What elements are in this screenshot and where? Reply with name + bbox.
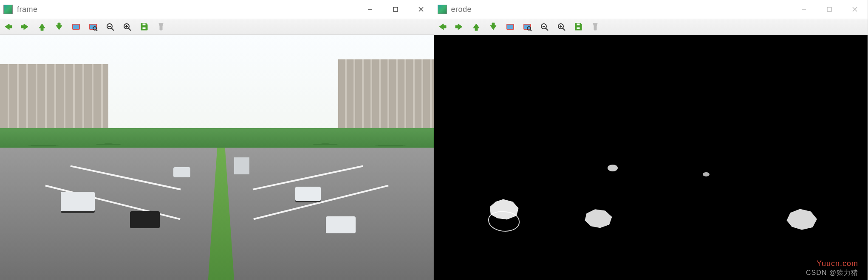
roi-button[interactable] [71,22,81,31]
arrow-down-icon [54,22,64,31]
roi-button[interactable] [506,22,515,31]
properties-button[interactable] [156,22,166,31]
nav-forward-button[interactable] [20,22,30,31]
app-icon [438,5,447,14]
maximize-button[interactable] [817,0,842,19]
zoom-in-icon [122,22,132,31]
nav-back-button[interactable] [438,22,447,31]
roi-rect-icon [506,22,515,31]
desktop: frame e [0,0,868,280]
arrow-down-icon [489,22,498,31]
titlebar[interactable]: erode [434,0,868,19]
app-icon [3,5,13,14]
roi-zoom-icon [88,22,98,31]
minimize-button[interactable] [791,0,817,19]
frame-image [0,35,434,280]
window-erode: erode Yuucn.com CSDN @猿力猪 [434,0,868,280]
flashlight-icon [591,22,600,31]
arrow-left-icon [3,22,13,31]
arrow-up-icon [472,22,481,31]
watermark-url: Yuucn.com [817,259,858,268]
roi-zoom-button[interactable] [88,22,98,31]
roi-zoom-button[interactable] [523,22,532,31]
properties-button[interactable] [591,22,600,31]
zoom-in-icon [557,22,566,31]
zoom-out-icon [540,22,549,31]
nav-back-button[interactable] [3,22,13,31]
zoom-in-button[interactable] [122,22,132,31]
window-title: erode [451,5,792,14]
maximize-button[interactable] [383,0,408,19]
roi-zoom-icon [523,22,532,31]
nav-down-button[interactable] [489,22,498,31]
zoom-out-button[interactable] [105,22,115,31]
nav-up-button[interactable] [37,22,47,31]
watermark-csdn: CSDN @猿力猪 [806,269,858,277]
window-controls [791,0,868,19]
nav-down-button[interactable] [54,22,64,31]
save-button[interactable] [574,22,583,31]
toolbar [434,19,868,35]
image-viewport[interactable]: Yuucn.com CSDN @猿力猪 [434,35,868,280]
flashlight-icon [156,22,166,31]
zoom-out-button[interactable] [540,22,549,31]
save-icon [139,22,149,31]
zoom-in-button[interactable] [557,22,566,31]
roi-rect-icon [71,22,81,31]
titlebar[interactable]: frame [0,0,434,19]
image-viewport[interactable] [0,35,434,280]
nav-forward-button[interactable] [455,22,464,31]
arrow-up-icon [37,22,47,31]
erode-image [434,35,868,280]
toolbar [0,19,434,35]
close-button[interactable] [842,0,868,19]
close-button[interactable] [408,0,434,19]
arrow-left-icon [438,22,447,31]
save-button[interactable] [139,22,149,31]
window-frame: frame [0,0,434,280]
save-icon [574,22,583,31]
zoom-out-icon [105,22,115,31]
window-title: frame [17,5,357,14]
minimize-button[interactable] [357,0,383,19]
window-controls [357,0,434,19]
nav-up-button[interactable] [472,22,481,31]
arrow-right-icon [20,22,30,31]
arrow-right-icon [455,22,464,31]
